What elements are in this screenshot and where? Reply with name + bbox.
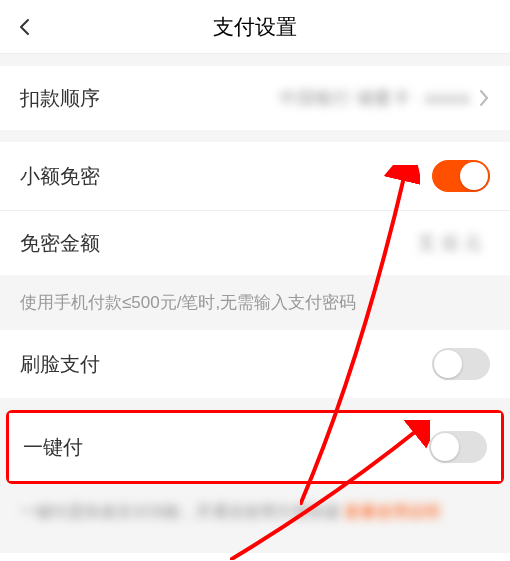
section-gap <box>0 54 510 66</box>
deduction-order-label: 扣款顺序 <box>20 85 100 112</box>
page-title: 支付设置 <box>213 13 297 41</box>
header-bar: 支付设置 <box>0 0 510 54</box>
row-right: 五 佰 元 <box>418 231 490 255</box>
deduction-order-row[interactable]: 扣款顺序 中国银行 储蓄卡 · xxxxx <box>0 66 510 130</box>
password-free-section: 小额免密 免密金额 五 佰 元 <box>0 142 510 275</box>
chevron-right-icon <box>478 89 490 107</box>
small-amount-row: 小额免密 <box>0 142 510 211</box>
annotation-highlight: 一键付 <box>6 410 504 484</box>
row-right: 中国银行 储蓄卡 · xxxxx <box>279 86 490 110</box>
blurred-link: 查看使用说明 <box>344 503 440 520</box>
section-gap <box>0 130 510 142</box>
toggle-knob <box>434 350 462 378</box>
section-gap <box>0 541 510 553</box>
exempt-amount-label: 免密金额 <box>20 230 100 257</box>
exempt-amount-value: 五 佰 元 <box>418 231 482 255</box>
back-button[interactable] <box>15 17 35 37</box>
face-pay-row: 刷脸支付 <box>0 330 510 398</box>
one-click-pay-toggle[interactable] <box>429 431 487 463</box>
small-amount-toggle[interactable] <box>432 160 490 192</box>
chevron-left-icon <box>15 17 35 37</box>
deduction-order-value: 中国银行 储蓄卡 · xxxxx <box>279 86 470 110</box>
one-click-pay-label: 一键付 <box>23 434 83 461</box>
face-pay-toggle[interactable] <box>432 348 490 380</box>
bank-manage-row[interactable]: 银行卡管理 管理其它账户下的银行卡 <box>0 553 510 561</box>
toggle-knob <box>460 162 488 190</box>
small-amount-label: 小额免密 <box>20 163 100 190</box>
hint-text: 使用手机付款≤500元/笔时,无需输入支付密码 <box>0 275 510 330</box>
exempt-amount-row[interactable]: 免密金额 五 佰 元 <box>0 211 510 275</box>
face-pay-section: 刷脸支付 <box>0 330 510 398</box>
one-click-pay-row: 一键付 <box>9 413 501 481</box>
deduction-section: 扣款顺序 中国银行 储蓄卡 · xxxxx <box>0 66 510 130</box>
blurred-description: 一键付是快速支付功能，开通后使用方便快捷 <box>20 503 340 520</box>
face-pay-label: 刷脸支付 <box>20 351 100 378</box>
section-gap <box>0 398 510 410</box>
toggle-knob <box>431 433 459 461</box>
blurred-info: 一键付是快速支付功能，开通后使用方便快捷 查看使用说明 <box>0 484 510 541</box>
